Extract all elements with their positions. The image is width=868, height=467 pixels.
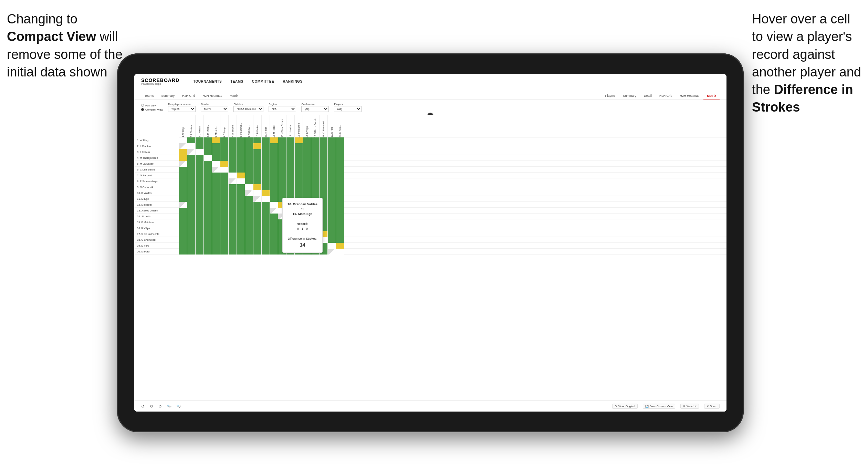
- grid-cell[interactable]: [245, 173, 253, 178]
- grid-cell[interactable]: [229, 167, 237, 173]
- grid-cell[interactable]: [179, 149, 187, 155]
- grid-cell[interactable]: [212, 249, 220, 255]
- grid-cell[interactable]: [336, 161, 344, 167]
- grid-cell[interactable]: [179, 167, 187, 173]
- grid-cell[interactable]: [212, 243, 220, 249]
- grid-cell[interactable]: [212, 219, 220, 225]
- grid-cell[interactable]: [328, 196, 336, 202]
- grid-cell[interactable]: [187, 219, 196, 225]
- grid-cell[interactable]: [237, 161, 245, 167]
- grid-cell[interactable]: [220, 231, 229, 237]
- nav-tournaments[interactable]: TOURNAMENTS: [193, 78, 222, 85]
- grid-cell[interactable]: [320, 167, 328, 173]
- grid-cell[interactable]: [320, 155, 328, 161]
- grid-cell[interactable]: [212, 178, 220, 184]
- toolbar-redo[interactable]: ↻: [150, 404, 153, 409]
- grid-cell[interactable]: [303, 167, 311, 173]
- grid-cell[interactable]: [220, 155, 229, 161]
- nav-committee[interactable]: COMMITTEE: [252, 78, 274, 85]
- grid-cell[interactable]: [295, 167, 303, 173]
- grid-cell[interactable]: [336, 190, 344, 196]
- grid-cell[interactable]: [286, 167, 295, 173]
- grid-cell[interactable]: [245, 155, 253, 161]
- grid-cell[interactable]: [286, 178, 295, 184]
- grid-cell[interactable]: [253, 237, 262, 243]
- grid-cell[interactable]: [253, 214, 262, 219]
- grid-cell[interactable]: [220, 190, 229, 196]
- grid-cell[interactable]: [220, 173, 229, 178]
- grid-cell[interactable]: [204, 143, 212, 149]
- grid-cell[interactable]: [237, 173, 245, 178]
- grid-cell[interactable]: [229, 137, 237, 143]
- grid-cell[interactable]: [311, 161, 320, 167]
- grid-cell[interactable]: [229, 196, 237, 202]
- grid-cell[interactable]: [187, 243, 196, 249]
- grid-cell[interactable]: [179, 143, 187, 149]
- grid-cell[interactable]: [253, 243, 262, 249]
- grid-cell[interactable]: [270, 161, 278, 167]
- grid-cell[interactable]: [212, 214, 220, 219]
- grid-cell[interactable]: [212, 231, 220, 237]
- grid-cell[interactable]: [237, 143, 245, 149]
- grid-cell[interactable]: [204, 178, 212, 184]
- grid-cell[interactable]: [328, 237, 336, 243]
- grid-cell[interactable]: [320, 173, 328, 178]
- grid-cell[interactable]: [320, 137, 328, 143]
- tab-summary[interactable]: Summary: [158, 92, 178, 100]
- grid-cell[interactable]: [229, 202, 237, 208]
- grid-cell[interactable]: [245, 249, 253, 255]
- grid-cell[interactable]: [237, 196, 245, 202]
- grid-cell[interactable]: [220, 208, 229, 214]
- grid-cell[interactable]: [204, 237, 212, 243]
- grid-cell[interactable]: [303, 184, 311, 190]
- grid-cell[interactable]: [187, 225, 196, 231]
- grid-cell[interactable]: [253, 208, 262, 214]
- grid-cell[interactable]: [187, 173, 196, 178]
- grid-cell[interactable]: [253, 161, 262, 167]
- grid-cell[interactable]: [262, 214, 270, 219]
- grid-cell[interactable]: [262, 225, 270, 231]
- grid-cell[interactable]: [253, 155, 262, 161]
- grid-cell[interactable]: [237, 137, 245, 143]
- grid-cell[interactable]: [204, 167, 212, 173]
- compact-view-radio[interactable]: [141, 108, 144, 111]
- grid-cell[interactable]: [328, 231, 336, 237]
- grid-cell[interactable]: [229, 214, 237, 219]
- grid-cell[interactable]: [286, 149, 295, 155]
- grid-cell[interactable]: [336, 219, 344, 225]
- grid-cell[interactable]: [328, 225, 336, 231]
- grid-cell[interactable]: [270, 243, 278, 249]
- grid-cell[interactable]: [336, 149, 344, 155]
- grid-cell[interactable]: [336, 178, 344, 184]
- grid-cell[interactable]: [328, 137, 336, 143]
- nav-teams[interactable]: TEAMS: [230, 78, 243, 85]
- conference-select[interactable]: (All): [301, 106, 329, 112]
- grid-cell[interactable]: [237, 231, 245, 237]
- grid-cell[interactable]: [179, 237, 187, 243]
- grid-cell[interactable]: [204, 161, 212, 167]
- grid-cell[interactable]: [229, 249, 237, 255]
- grid-cell[interactable]: [212, 225, 220, 231]
- grid-cell[interactable]: [229, 178, 237, 184]
- grid-cell[interactable]: [286, 161, 295, 167]
- grid-cell[interactable]: [270, 184, 278, 190]
- grid-cell[interactable]: [229, 225, 237, 231]
- grid-cell[interactable]: [237, 219, 245, 225]
- grid-cell[interactable]: [229, 149, 237, 155]
- grid-cell[interactable]: [311, 137, 320, 143]
- grid-cell[interactable]: [328, 161, 336, 167]
- grid-cell[interactable]: [303, 149, 311, 155]
- grid-cell[interactable]: [229, 208, 237, 214]
- grid-cell[interactable]: [336, 184, 344, 190]
- grid-cell[interactable]: [286, 173, 295, 178]
- grid-cell[interactable]: [311, 178, 320, 184]
- grid-cell[interactable]: [220, 214, 229, 219]
- toolbar-share[interactable]: ↗ Share: [704, 404, 720, 409]
- grid-cell[interactable]: [245, 167, 253, 173]
- grid-cell[interactable]: [295, 143, 303, 149]
- grid-cell[interactable]: [278, 167, 286, 173]
- grid-cell[interactable]: [237, 149, 245, 155]
- grid-cell[interactable]: [253, 219, 262, 225]
- grid-cell[interactable]: [295, 190, 303, 196]
- grid-cell[interactable]: [204, 190, 212, 196]
